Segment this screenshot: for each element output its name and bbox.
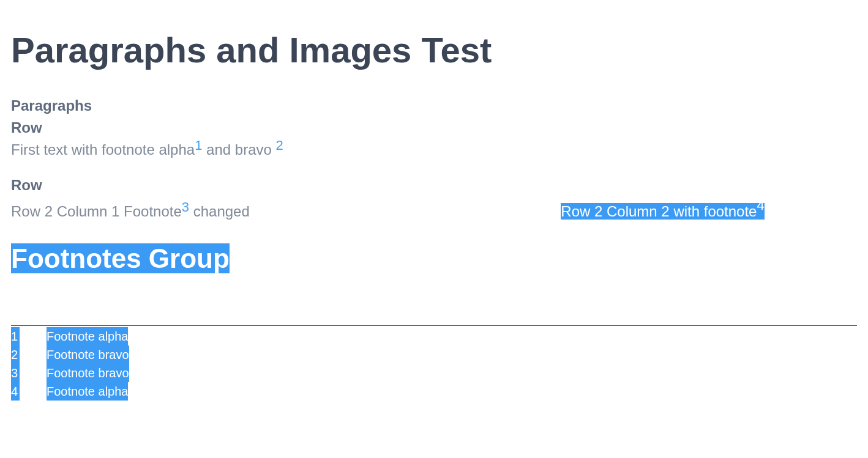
row-2: Row 2 Column 1 Footnote3 changed Row 2 C… <box>11 196 857 223</box>
row-1-text-a: First text with footnote alpha <box>11 141 195 158</box>
footnote-num: 2 <box>11 345 20 364</box>
row-2-col-1-text-a: Row 2 Column 1 Footnote <box>11 203 182 220</box>
footnote-list: 1Footnote alpha 2Footnote bravo 3Footnot… <box>11 327 857 401</box>
footnote-ref-2[interactable]: 2 <box>276 138 283 153</box>
footnote-num: 3 <box>11 364 20 382</box>
row-label-2: Row <box>11 174 857 196</box>
row-1-text-b: and bravo <box>202 141 275 158</box>
footnote-row: 1Footnote alpha <box>11 327 857 345</box>
footnotes-group-heading: Footnotes Group <box>11 243 230 273</box>
footnote-text: Footnote bravo <box>47 345 129 364</box>
row-2-col-2-text-span: Row 2 Column 2 with footnote <box>561 203 757 220</box>
row-1-col-1: First text with footnote alpha1 and brav… <box>11 139 561 161</box>
footnote-num: 1 <box>11 327 20 345</box>
row-2-col-1-text-b: changed <box>189 203 250 220</box>
footnote-text: Footnote alpha <box>47 327 128 345</box>
row-2-col-2: Row 2 Column 2 with footnote4 <box>561 196 857 223</box>
footnote-ref-1[interactable]: 1 <box>195 138 202 153</box>
footnote-row: 2Footnote bravo <box>11 345 857 364</box>
section-paragraphs-label: Paragraphs <box>11 95 857 117</box>
row-1: First text with footnote alpha1 and brav… <box>11 139 857 161</box>
footnote-num: 4 <box>11 382 20 401</box>
footnote-text: Footnote bravo <box>47 364 129 382</box>
footnote-row: 4Footnote alpha <box>11 382 857 401</box>
footnotes-group-heading-wrap: Footnotes Group <box>11 243 857 274</box>
row-label-1: Row <box>11 117 857 139</box>
row-2-col-1: Row 2 Column 1 Footnote3 changed <box>11 201 561 223</box>
footnote-ref-4[interactable]: 4 <box>757 198 764 213</box>
footnote-row: 3Footnote bravo <box>11 364 857 382</box>
row-2-col-2-text: Row 2 Column 2 with footnote4 <box>561 203 764 220</box>
footnotes-separator <box>11 325 857 326</box>
footnote-text: Footnote alpha <box>47 382 128 401</box>
page-title: Paragraphs and Images Test <box>11 29 857 70</box>
footnote-ref-3[interactable]: 3 <box>182 199 189 215</box>
